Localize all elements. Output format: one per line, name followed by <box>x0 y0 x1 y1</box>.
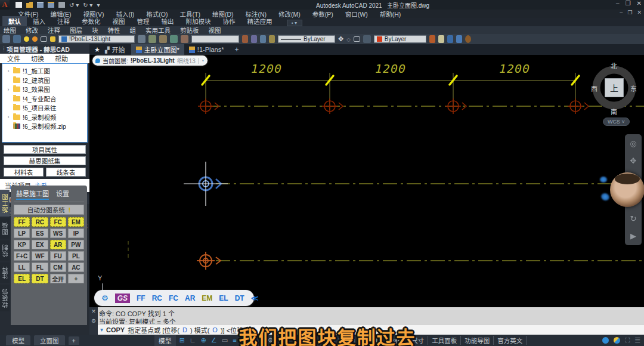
save-as-icon[interactable] <box>48 2 54 8</box>
ribbon-tab[interactable]: 默认 <box>2 16 27 26</box>
tool-shortcut-button[interactable]: FF <box>14 217 30 227</box>
pill-cmd-em[interactable]: EM <box>202 294 212 302</box>
viewcube-top-face[interactable]: 上 <box>605 78 624 97</box>
line-table-button[interactable]: 线条表 <box>46 168 86 177</box>
tool-shortcut-button[interactable]: DT <box>32 274 48 283</box>
ribbon-panel-label[interactable]: 实用工具 <box>145 26 171 35</box>
layer-off-icon[interactable] <box>170 35 178 43</box>
favorites-star-icon[interactable]: ★ <box>94 46 100 54</box>
close-button[interactable]: ✕ <box>637 0 642 7</box>
redo-icon[interactable]: ↻ ▾ <box>83 2 92 8</box>
tool-shortcut-button[interactable]: WF <box>32 251 48 261</box>
project-menu-item[interactable]: 帮助 <box>55 54 68 63</box>
pill-cmd-fc[interactable]: FC <box>169 294 178 302</box>
wcs-dropdown[interactable]: WCS ˅ <box>603 118 630 126</box>
card-tab-settings[interactable]: 设置 <box>56 189 69 200</box>
tool-shortcut-button[interactable]: FC <box>50 217 66 227</box>
match-properties-icon[interactable] <box>242 35 248 43</box>
ribbon-tab[interactable]: 视图 <box>107 16 131 26</box>
fullscreen-icon[interactable]: ⛶ <box>625 336 630 344</box>
expand-arrow-icon[interactable]: › <box>6 114 11 120</box>
viewcube-west[interactable]: 西 <box>591 84 597 93</box>
viewcube-north[interactable]: 北 <box>611 61 617 70</box>
flag-icon[interactable] <box>429 35 435 43</box>
tool-shortcut-button[interactable]: F+C <box>14 251 30 261</box>
gs-badge[interactable]: GS <box>115 294 130 303</box>
layer-dropdown[interactable]: !PboEL-13Light <box>58 35 135 43</box>
pan-icon[interactable]: ✥ <box>630 156 637 165</box>
mountain-icon[interactable] <box>447 35 453 43</box>
tool-shortcut-button[interactable]: EM <box>68 217 84 227</box>
pill-cmd-dt[interactable]: DT <box>235 294 244 302</box>
autocad-logo-icon[interactable]: A <box>0 0 10 10</box>
ribbon-panel-label[interactable]: 组 <box>130 26 137 35</box>
ribbon-tab[interactable]: 参数化 <box>76 16 107 26</box>
tool-shortcut-button[interactable]: IP <box>68 228 84 238</box>
file-tab-active[interactable]: 主卧立面图* <box>131 44 184 55</box>
minimize-button[interactable]: – <box>616 0 620 7</box>
workspace-switch-icon[interactable]: ▪ ▾ <box>287 20 302 26</box>
new-file-icon[interactable] <box>16 2 22 8</box>
tool-shortcut-button[interactable]: PW <box>68 240 84 249</box>
status-quick-link[interactable]: 官方英文 <box>494 336 527 345</box>
undo-icon[interactable]: ↺ ▾ <box>69 2 79 8</box>
layer-lock-icon[interactable] <box>50 36 55 42</box>
color-dropdown[interactable]: ByLayer <box>374 35 426 43</box>
doc-close-icon[interactable]: ✕ <box>637 10 642 16</box>
project-properties-button[interactable]: 项目属性 <box>4 145 86 154</box>
plot-icon[interactable] <box>58 2 65 8</box>
status-toggle-icon[interactable]: ≡ <box>233 336 236 344</box>
layer-isolate-icon[interactable] <box>41 36 47 42</box>
ribbon-panel-label[interactable]: 块 <box>92 26 98 35</box>
drawing-area[interactable]: Y 1200 1200 1200 ★ ▞ 开始 主卧立面图* !1-Plans* <box>89 44 644 307</box>
ribbon-tab[interactable]: 输出 <box>156 16 180 26</box>
new-layout-icon[interactable]: + <box>69 336 79 345</box>
layer-stack-icon[interactable] <box>13 35 21 43</box>
zoom-window-icon[interactable] <box>354 36 360 42</box>
doc-restore-icon[interactable]: ❐ <box>627 10 632 16</box>
mode-option-link[interactable]: O <box>212 326 218 333</box>
tool-shortcut-button[interactable]: KP <box>14 240 30 249</box>
linetype-dropdown[interactable]: ByLayer <box>278 35 335 43</box>
tool-shortcut-button[interactable]: PL <box>68 251 84 261</box>
tool-shortcut-button[interactable]: ES <box>32 228 48 238</box>
ribbon-panel-label[interactable]: 图层 <box>70 26 82 35</box>
card-tab-construction[interactable]: 赫思施工图 <box>16 189 49 200</box>
tool-shortcut-button[interactable]: EL <box>14 274 30 283</box>
tree-item[interactable]: › !1_施工图 <box>2 66 87 76</box>
tool-shortcut-button[interactable]: WS <box>50 228 66 238</box>
layer-sync-icon[interactable]: ◔ <box>201 58 204 64</box>
layer-previous-icon[interactable] <box>138 35 145 43</box>
tool-shortcut-button[interactable]: FL <box>32 262 48 272</box>
ribbon-panel-label[interactable]: 视图 <box>209 26 221 35</box>
orbit-icon[interactable]: ↻ <box>630 214 637 223</box>
zoom-magnifier-icon[interactable]: ◌ <box>346 36 351 43</box>
tool-shortcut-button[interactable]: CM <box>50 262 66 272</box>
status-menu-icon[interactable]: ☰ <box>634 336 640 344</box>
ribbon-panel-label[interactable]: 注释 <box>48 26 60 35</box>
ribbon-tab[interactable]: 协作 <box>217 16 242 26</box>
side-tab[interactable]: 绘制 <box>0 240 10 261</box>
tool-shortcut-button[interactable]: RC <box>32 217 48 227</box>
menu-item[interactable]: 窗口(W) <box>345 10 368 18</box>
quick-select-icon[interactable] <box>251 35 257 43</box>
pill-cmd-el[interactable]: EL <box>219 294 228 302</box>
pill-cmd-ar[interactable]: AR <box>185 294 195 302</box>
tool-shortcut-button[interactable]: AR <box>50 240 66 249</box>
ribbon-panel-label[interactable]: 绘图 <box>4 26 16 35</box>
status-toggle-icon[interactable]: ⊕ <box>201 336 206 344</box>
side-tab[interactable]: 施工图 <box>0 190 10 217</box>
layer-unlock-icon[interactable] <box>181 35 188 43</box>
frame-icon[interactable] <box>438 35 444 43</box>
viewcube-south[interactable]: 南 <box>611 107 617 116</box>
side-tab[interactable]: 图档 <box>0 218 10 239</box>
displacement-option-link[interactable]: D <box>182 326 187 333</box>
tool-shortcut-button[interactable]: 全开 <box>50 274 66 283</box>
layer-freeze-sun-icon[interactable] <box>32 36 38 42</box>
tool-shortcut-button[interactable]: EX <box>32 240 48 249</box>
materials-table-button[interactable]: 材料表 <box>4 168 44 177</box>
tool-shortcut-button[interactable]: LP <box>14 228 30 238</box>
side-tab[interactable]: 软装饰 <box>0 285 10 311</box>
save-icon[interactable] <box>37 2 44 8</box>
user-dot-icon[interactable] <box>614 337 620 344</box>
